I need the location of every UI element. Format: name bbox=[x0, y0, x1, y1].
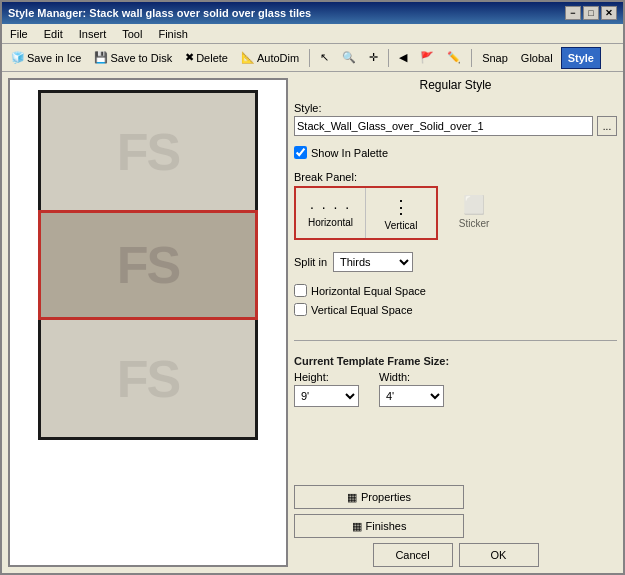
minimize-button[interactable]: − bbox=[565, 6, 581, 20]
autodim-icon: 📐 bbox=[241, 51, 255, 64]
show-in-palette-label: Show In Palette bbox=[311, 147, 388, 159]
vertical-label: Vertical bbox=[385, 220, 418, 231]
cancel-ok-row: Cancel OK bbox=[294, 543, 617, 567]
style-section: Style: ... bbox=[294, 102, 617, 140]
bottom-buttons: ▦ Properties ▦ Finishes Cancel OK bbox=[294, 485, 617, 567]
toolbar: 🧊 Save in Ice 💾 Save to Disk ✖ Delete 📐 … bbox=[2, 44, 623, 72]
frame-size-label: Current Template Frame Size: bbox=[294, 355, 617, 367]
style-dots-button[interactable]: ... bbox=[597, 116, 617, 136]
flag-button[interactable]: 🚩 bbox=[415, 47, 439, 69]
menu-insert[interactable]: Insert bbox=[75, 27, 111, 41]
divider bbox=[294, 340, 617, 341]
global-button[interactable]: Global bbox=[516, 47, 558, 69]
break-panel-label: Break Panel: bbox=[294, 171, 617, 183]
frame-top: FS bbox=[38, 90, 258, 210]
style-field-label: Style: bbox=[294, 102, 617, 114]
width-label: Width: bbox=[379, 371, 444, 383]
save-ice-label: Save in Ice bbox=[27, 52, 81, 64]
properties-button[interactable]: ▦ Properties bbox=[294, 485, 464, 509]
frame-size-section: Current Template Frame Size: Height: 6' … bbox=[294, 355, 617, 411]
height-col: Height: 6' 7' 8' 9' 10' bbox=[294, 371, 359, 407]
sticker-button[interactable]: ⬜ Sticker bbox=[444, 186, 504, 236]
move-button[interactable]: ✛ bbox=[364, 47, 383, 69]
frame-middle: FS bbox=[38, 210, 258, 320]
save-ice-button[interactable]: 🧊 Save in Ice bbox=[6, 47, 86, 69]
horizontal-icon: · · · · bbox=[310, 199, 351, 215]
horizontal-break-button[interactable]: · · · · Horizontal bbox=[296, 188, 366, 238]
section-title: Regular Style bbox=[294, 78, 617, 92]
horizontal-equal-label: Horizontal Equal Space bbox=[311, 285, 426, 297]
delete-icon: ✖ bbox=[185, 51, 194, 64]
delete-label: Delete bbox=[196, 52, 228, 64]
cancel-button[interactable]: Cancel bbox=[373, 543, 453, 567]
split-select[interactable]: Halves Thirds Quarters bbox=[333, 252, 413, 272]
pointer-button[interactable]: ↖ bbox=[315, 47, 334, 69]
break-panel-wrapper: · · · · Horizontal ⋮ Vertical ⬜ Sticker bbox=[294, 186, 617, 246]
width-col: Width: 2' 3' 4' 5' 6' bbox=[379, 371, 444, 407]
horizontal-equal-checkbox[interactable] bbox=[294, 284, 307, 297]
sticker-label: Sticker bbox=[459, 218, 490, 229]
height-select[interactable]: 6' 7' 8' 9' 10' bbox=[294, 385, 359, 407]
left-arrow-button[interactable]: ◀ bbox=[394, 47, 412, 69]
width-select[interactable]: 2' 3' 4' 5' 6' bbox=[379, 385, 444, 407]
save-disk-label: Save to Disk bbox=[110, 52, 172, 64]
vertical-equal-row: Vertical Equal Space bbox=[294, 303, 617, 316]
separator-3 bbox=[471, 49, 472, 67]
finishes-button[interactable]: ▦ Finishes bbox=[294, 514, 464, 538]
menu-tool[interactable]: Tool bbox=[118, 27, 146, 41]
menu-file[interactable]: File bbox=[6, 27, 32, 41]
magnify-button[interactable]: 🔍 bbox=[337, 47, 361, 69]
vertical-equal-checkbox[interactable] bbox=[294, 303, 307, 316]
frame-bottom: FS bbox=[38, 320, 258, 440]
vertical-break-button[interactable]: ⋮ Vertical bbox=[366, 188, 436, 238]
title-bar: Style Manager: Stack wall glass over sol… bbox=[2, 2, 623, 24]
move-icon: ✛ bbox=[369, 51, 378, 64]
pencil-icon: ✏️ bbox=[447, 51, 461, 64]
menu-bar: File Edit Insert Tool Finish bbox=[2, 24, 623, 44]
vertical-equal-label: Vertical Equal Space bbox=[311, 304, 413, 316]
pointer-icon: ↖ bbox=[320, 51, 329, 64]
ok-button[interactable]: OK bbox=[459, 543, 539, 567]
fs-text-middle: FS bbox=[117, 235, 179, 295]
window-title: Style Manager: Stack wall glass over sol… bbox=[8, 7, 311, 19]
show-in-palette-checkbox[interactable] bbox=[294, 146, 307, 159]
global-label: Global bbox=[521, 52, 553, 64]
save-disk-icon: 💾 bbox=[94, 51, 108, 64]
split-in-row: Split in Halves Thirds Quarters bbox=[294, 252, 617, 272]
sticker-icon: ⬜ bbox=[463, 194, 485, 216]
fs-text-bottom: FS bbox=[117, 349, 179, 409]
frame-size-row: Height: 6' 7' 8' 9' 10' Width: 2' bbox=[294, 371, 617, 407]
separator-2 bbox=[388, 49, 389, 67]
autodim-button[interactable]: 📐 AutoDim bbox=[236, 47, 304, 69]
horizontal-equal-row: Horizontal Equal Space bbox=[294, 284, 617, 297]
left-arrow-icon: ◀ bbox=[399, 51, 407, 64]
horizontal-label: Horizontal bbox=[308, 217, 353, 228]
height-label: Height: bbox=[294, 371, 359, 383]
properties-icon: ▦ bbox=[347, 491, 357, 504]
break-panel-section: Break Panel: · · · · Horizontal ⋮ Vertic… bbox=[294, 171, 617, 246]
close-button[interactable]: ✕ bbox=[601, 6, 617, 20]
menu-finish[interactable]: Finish bbox=[154, 27, 191, 41]
style-input[interactable] bbox=[294, 116, 593, 136]
delete-button[interactable]: ✖ Delete bbox=[180, 47, 233, 69]
main-content: FS FS FS Regular Style Style: ... bbox=[2, 72, 623, 573]
split-in-label: Split in bbox=[294, 256, 327, 268]
preview-panel: FS FS FS bbox=[8, 78, 288, 567]
magnify-icon: 🔍 bbox=[342, 51, 356, 64]
save-ice-icon: 🧊 bbox=[11, 51, 25, 64]
fs-text-top: FS bbox=[117, 122, 179, 182]
style-input-row: ... bbox=[294, 116, 617, 136]
style-label: Style bbox=[568, 52, 594, 64]
style-button[interactable]: Style bbox=[561, 47, 601, 69]
snap-button[interactable]: Snap bbox=[477, 47, 513, 69]
menu-edit[interactable]: Edit bbox=[40, 27, 67, 41]
pencil-button[interactable]: ✏️ bbox=[442, 47, 466, 69]
vertical-icon: ⋮ bbox=[392, 196, 410, 218]
right-panel: Regular Style Style: ... Show In Palette… bbox=[294, 78, 617, 567]
equal-space-section: Horizontal Equal Space Vertical Equal Sp… bbox=[294, 284, 617, 322]
properties-label: Properties bbox=[361, 491, 411, 503]
maximize-button[interactable]: □ bbox=[583, 6, 599, 20]
finishes-icon: ▦ bbox=[352, 520, 362, 533]
show-in-palette-row: Show In Palette bbox=[294, 146, 617, 159]
save-disk-button[interactable]: 💾 Save to Disk bbox=[89, 47, 177, 69]
